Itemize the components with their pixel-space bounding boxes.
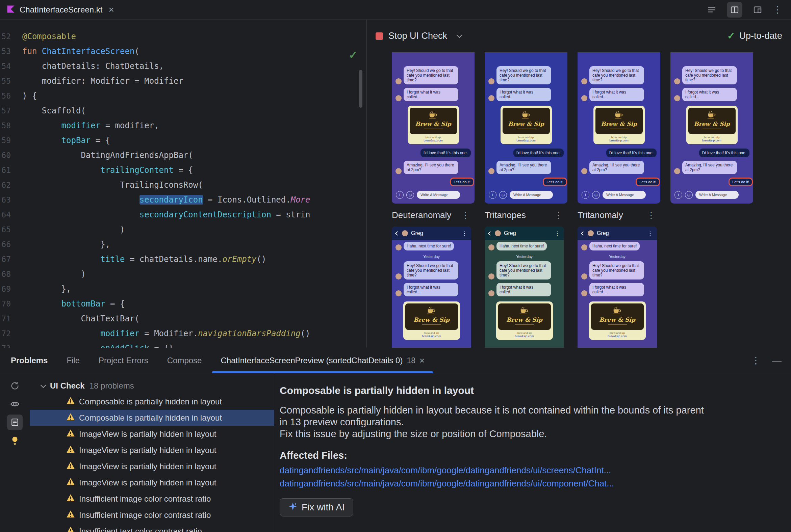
- code-line: 60 DatingAndFriendsAppBar(: [0, 148, 366, 163]
- close-tab-icon[interactable]: ×: [420, 356, 425, 366]
- warning-icon: [66, 494, 75, 504]
- file-tab[interactable]: ChatInterfaceScreen.kt ×: [0, 0, 121, 20]
- line-number: 52: [0, 29, 22, 44]
- chat-message: I forgot what it was called...: [581, 88, 657, 101]
- chat-menu-icon[interactable]: ⋮: [647, 230, 653, 236]
- coffee-cup-icon: [428, 110, 438, 119]
- affected-files-heading: Affected Files:: [280, 450, 781, 461]
- tool-tab[interactable]: File: [57, 348, 89, 373]
- code-line: 61 trailingContent = {: [0, 163, 366, 177]
- chat-header: Greg⋮: [485, 227, 564, 240]
- avatar: [581, 78, 587, 84]
- tool-tab[interactable]: Project Errors: [89, 348, 158, 373]
- coffee-cup-icon: [707, 110, 717, 119]
- card-tagline-rule: [702, 129, 721, 129]
- toolwindow-options-icon[interactable]: ⋮: [751, 356, 760, 365]
- code-line: 62 TrailingIconsRow(: [0, 177, 366, 192]
- card-line2: brew&sip.com: [405, 335, 458, 338]
- chevron-down-icon[interactable]: [457, 32, 462, 38]
- minimize-icon[interactable]: —: [772, 355, 781, 366]
- close-tab-icon[interactable]: ×: [108, 5, 114, 15]
- caption-menu-icon[interactable]: ⋮: [554, 210, 564, 221]
- card-line2: brew&sip.com: [591, 335, 644, 338]
- chat-bubble: Amazing, I'll see you there at 2pm?: [496, 161, 551, 174]
- tool-tab[interactable]: ChatInterfaceScreenPreview (sortedChatDe…: [211, 348, 434, 373]
- card-line1: brew and sip: [498, 331, 551, 335]
- caption-label: Tritanopes: [485, 210, 526, 221]
- phone-preview[interactable]: Hey! Should we go to that cafe you menti…: [577, 52, 660, 204]
- card-tagline-rule: [610, 129, 628, 129]
- problem-item[interactable]: ImageView is partially hidden in layout: [30, 458, 274, 475]
- phone-preview[interactable]: Greg⋮Haha, next time for sure!YesterdayH…: [485, 227, 564, 348]
- chevron-expanded-icon[interactable]: [40, 382, 46, 388]
- problems-group-header[interactable]: UI Check 18 problems: [30, 378, 274, 394]
- problem-fix-hint: Fix this issue by adjusting the size or …: [280, 428, 714, 440]
- problem-item[interactable]: Insufficient text color contrast ratio: [30, 523, 274, 532]
- message-input-bar: +☺Write A Message: [485, 188, 567, 204]
- problem-item[interactable]: ImageView is partially hidden in layout: [30, 475, 274, 491]
- tool-tab[interactable]: Problems: [1, 348, 57, 373]
- problem-item-label: ImageView is partially hidden in layout: [79, 478, 216, 488]
- problem-item[interactable]: ImageView is partially hidden in layout: [30, 426, 274, 442]
- fix-with-ai-button[interactable]: Fix with AI: [280, 498, 353, 516]
- back-icon[interactable]: [488, 231, 493, 235]
- problem-item[interactable]: Insufficient image color contrast ratio: [30, 507, 274, 523]
- report-view-icon[interactable]: [7, 415, 23, 430]
- code-text: fun ChatInterfaceScreen(: [22, 44, 140, 59]
- chat-message: Hey! Should we go to that cafe you menti…: [489, 261, 560, 280]
- chat-message: Hey! Should we go to that cafe you menti…: [674, 66, 750, 84]
- split-view-icon[interactable]: [727, 2, 742, 18]
- stop-icon[interactable]: [375, 33, 383, 40]
- phone-preview[interactable]: Greg⋮Haha, next time for sure!YesterdayH…: [577, 227, 657, 348]
- preview-caption: Tritanomaly⋮: [577, 210, 657, 221]
- card-brand: Brew & Sip: [691, 120, 734, 127]
- preview-eye-icon[interactable]: [7, 396, 23, 412]
- affected-file-link[interactable]: datingandfriends/src/main/java/com/ibm/g…: [280, 478, 781, 489]
- refresh-icon[interactable]: [7, 378, 23, 394]
- tool-tab[interactable]: Compose: [158, 348, 211, 373]
- chat-message: I forgot what it was called...: [396, 283, 467, 297]
- line-number: 69: [0, 282, 22, 297]
- chat-message: I forgot what it was called...: [581, 283, 653, 297]
- caption-menu-icon[interactable]: ⋮: [647, 210, 657, 221]
- editor-scrollbar[interactable]: [359, 70, 363, 108]
- chat-menu-icon[interactable]: ⋮: [462, 230, 467, 236]
- device-preview-icon[interactable]: [750, 2, 765, 18]
- chat-bubble: Hey! Should we go to that cafe you menti…: [682, 66, 737, 84]
- chat-message: Amazing, I'll see you there at 2pm?: [396, 161, 471, 174]
- structure-view-icon[interactable]: [704, 2, 719, 18]
- card-brand: Brew & Sip: [504, 120, 548, 127]
- day-divider: Yesterday: [392, 254, 471, 259]
- chat-bubble: Hey! Should we go to that cafe you menti…: [496, 66, 551, 84]
- problem-item[interactable]: Composable is partially hidden in layout: [30, 410, 274, 426]
- card-line1: brew and sip: [502, 136, 550, 139]
- problem-item[interactable]: ImageView is partially hidden in layout: [30, 442, 274, 458]
- more-options-icon[interactable]: ⋮: [773, 5, 782, 15]
- message-input: Write A Message: [695, 191, 739, 199]
- card-tagline-rule: [517, 129, 536, 129]
- problem-item[interactable]: Composable is partially hidden in layout: [30, 394, 274, 410]
- stop-ui-check-button[interactable]: Stop UI Check: [388, 31, 447, 41]
- caption-menu-icon[interactable]: ⋮: [461, 210, 471, 221]
- phone-preview[interactable]: Greg⋮Haha, next time for sure!YesterdayH…: [392, 227, 471, 348]
- back-icon[interactable]: [395, 231, 400, 235]
- phone-preview[interactable]: Hey! Should we go to that cafe you menti…: [670, 52, 753, 204]
- editor-view-controls: ⋮: [704, 2, 791, 18]
- phone-preview[interactable]: Hey! Should we go to that cafe you menti…: [485, 52, 567, 204]
- message-input: Write A Message: [510, 191, 553, 199]
- chat-bubble: I forgot what it was called...: [682, 88, 737, 101]
- back-icon[interactable]: [581, 231, 585, 235]
- phone-preview[interactable]: Hey! Should we go to that cafe you menti…: [392, 52, 475, 204]
- chat-bubble: I forgot what it was called...: [589, 283, 644, 297]
- problem-item[interactable]: Insufficient image color contrast ratio: [30, 491, 274, 507]
- message-input-bar: +☺Write A Message: [392, 188, 475, 204]
- code-editor[interactable]: 52@Composable53fun ChatInterfaceScreen(5…: [0, 20, 367, 348]
- card-line2: brew&sip.com: [688, 139, 736, 142]
- lightbulb-icon[interactable]: [7, 433, 23, 448]
- inspections-ok-icon[interactable]: ✓: [349, 49, 358, 61]
- chat-message: I'd love that! It's this one.: [489, 149, 564, 157]
- message-input: Write A Message: [417, 191, 460, 199]
- card-tagline-rule: [424, 129, 443, 129]
- affected-file-link[interactable]: datingandfriends/src/main/java/com/ibm/g…: [280, 465, 781, 476]
- chat-menu-icon[interactable]: ⋮: [555, 230, 560, 236]
